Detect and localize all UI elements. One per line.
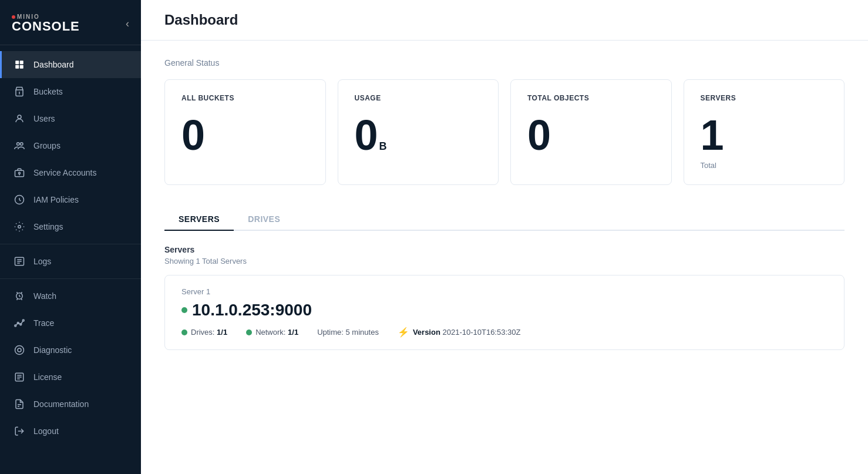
server-address: 10.1.0.253:9000 (181, 301, 827, 320)
stat-sub: Total (701, 161, 828, 170)
sidebar-item-label: Users (33, 114, 55, 123)
page-title: Dashboard (164, 12, 845, 28)
sidebar-item-license[interactable]: License (0, 364, 141, 391)
svg-point-11 (18, 226, 21, 228)
sidebar-item-label: Groups (33, 141, 60, 150)
sidebar-nav: Dashboard Buckets Users Groups Service A… (0, 45, 141, 474)
sidebar-item-label: Watch (33, 291, 56, 301)
sidebar-item-label: Documentation (33, 399, 89, 409)
sidebar-item-label: Settings (33, 222, 63, 231)
svg-rect-2 (15, 65, 19, 69)
sidebar-item-iam-policies[interactable]: IAM Policies (0, 186, 141, 213)
stat-value: 0 (181, 114, 309, 156)
svg-rect-0 (15, 60, 19, 64)
tabs-bar: SERVERSDRIVES (164, 209, 845, 231)
stats-grid: ALL BUCKETS 0 USAGE 0B TOTAL OBJECTS 0 S… (164, 79, 845, 185)
sidebar-item-dashboard[interactable]: Dashboard (0, 51, 141, 78)
logo-console: CONSOLE (12, 20, 80, 33)
collapse-sidebar-button[interactable]: ‹ (126, 18, 129, 30)
svg-point-7 (21, 143, 23, 146)
sidebar-item-trace[interactable]: Trace (0, 310, 141, 337)
sidebar-item-label: Logs (33, 257, 51, 266)
page-header: Dashboard (141, 0, 868, 41)
sidebar-item-diagnostic[interactable]: Diagnostic (0, 337, 141, 364)
sidebar-item-label: Logout (33, 426, 59, 436)
server-list: Server 1 10.1.0.253:9000 Drives: 1/1 Net… (164, 275, 845, 350)
dashboard-content: General Status ALL BUCKETS 0 USAGE 0B TO… (141, 41, 868, 474)
logs-icon (14, 256, 25, 267)
server-name: Server 1 (181, 287, 827, 296)
tab-drives[interactable]: DRIVES (234, 209, 294, 231)
svg-point-9 (19, 172, 21, 174)
svg-rect-1 (20, 60, 23, 64)
sidebar-item-users[interactable]: Users (0, 105, 141, 132)
sidebar-logo: MINIO CONSOLE ‹ (0, 0, 141, 45)
stat-card-all-buckets: ALL BUCKETS 0 (164, 79, 326, 185)
license-icon (14, 371, 25, 383)
stat-label: TOTAL OBJECTS (527, 94, 655, 102)
servers-section-title: Servers (164, 245, 845, 254)
sidebar-item-label: Service Accounts (33, 168, 96, 177)
drives-status-dot (181, 330, 187, 335)
watch-icon (14, 290, 25, 302)
stat-card-servers: SERVERS 1 Total (684, 79, 845, 185)
sidebar-item-label: Dashboard (33, 60, 74, 69)
sidebar-item-label: License (33, 372, 62, 382)
svg-point-6 (17, 143, 20, 146)
server-status-dot (181, 307, 187, 313)
documentation-icon (14, 398, 25, 410)
sidebar-item-watch[interactable]: Watch (0, 283, 141, 310)
servers-header: Servers Showing 1 Total Servers (164, 245, 845, 265)
sidebar-item-label: Trace (33, 318, 54, 328)
server-card-0: Server 1 10.1.0.253:9000 Drives: 1/1 Net… (164, 275, 845, 350)
server-meta: Drives: 1/1 Network: 1/1 Uptime: 5 minut… (181, 327, 827, 338)
diagnostic-icon (14, 344, 25, 356)
stat-value: 0B (355, 114, 482, 156)
iam-policies-icon (14, 194, 25, 206)
svg-point-24 (15, 346, 24, 355)
sidebar-item-label: Diagnostic (33, 345, 72, 355)
server-network: Network: 1/1 (246, 328, 298, 337)
stat-unit: B (379, 141, 387, 152)
stat-label: USAGE (355, 94, 482, 102)
sidebar-item-logs[interactable]: Logs (0, 248, 141, 275)
sidebar-item-label: IAM Policies (33, 195, 79, 204)
main-content: Dashboard General Status ALL BUCKETS 0 U… (141, 0, 868, 474)
sidebar-item-buckets[interactable]: Buckets (0, 78, 141, 105)
sidebar-item-label: Buckets (33, 87, 63, 96)
sidebar: MINIO CONSOLE ‹ Dashboard Buckets Users … (0, 0, 141, 474)
logo: MINIO CONSOLE (12, 14, 80, 33)
sidebar-item-service-accounts[interactable]: Service Accounts (0, 159, 141, 186)
version-icon: ⚡ (398, 327, 409, 338)
network-status-dot (246, 330, 252, 335)
buckets-icon (14, 86, 25, 98)
service-accounts-icon (14, 167, 25, 179)
stat-card-usage: USAGE 0B (338, 79, 499, 185)
svg-point-5 (18, 115, 21, 119)
server-uptime: Uptime: 5 minutes (317, 328, 379, 337)
trace-icon (14, 317, 25, 329)
stat-value: 0 (527, 114, 655, 156)
servers-subtitle: Showing 1 Total Servers (164, 257, 845, 265)
users-icon (14, 113, 25, 125)
server-drives: Drives: 1/1 (181, 328, 227, 337)
sidebar-item-settings[interactable]: Settings (0, 213, 141, 240)
tab-servers[interactable]: SERVERS (164, 209, 234, 231)
stat-label: ALL BUCKETS (181, 94, 309, 102)
server-version: ⚡ Version 2021-10-10T16:53:30Z (398, 327, 521, 338)
dashboard-icon (14, 59, 25, 70)
groups-icon (14, 140, 25, 152)
svg-rect-3 (20, 65, 23, 69)
server-ip: 10.1.0.253:9000 (192, 301, 312, 320)
section-title: General Status (164, 58, 845, 68)
sidebar-item-groups[interactable]: Groups (0, 132, 141, 159)
stat-value: 1 (701, 114, 828, 156)
svg-point-25 (18, 348, 21, 352)
logout-icon (14, 425, 25, 437)
settings-icon (14, 221, 25, 233)
stat-card-total-objects: TOTAL OBJECTS 0 (510, 79, 672, 185)
sidebar-item-documentation[interactable]: Documentation (0, 391, 141, 418)
stat-label: SERVERS (701, 94, 828, 102)
sidebar-item-logout[interactable]: Logout (0, 418, 141, 445)
